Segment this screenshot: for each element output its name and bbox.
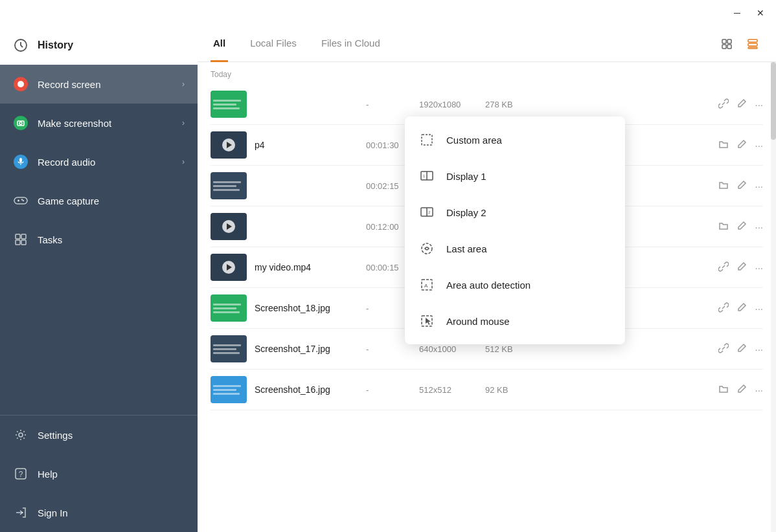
edit-icon[interactable] bbox=[736, 98, 747, 111]
game-capture-label: Game capture bbox=[38, 195, 99, 206]
svg-point-32 bbox=[422, 243, 432, 254]
svg-rect-12 bbox=[16, 240, 20, 245]
tab-bar: All Local Files Files in Cloud bbox=[198, 26, 776, 62]
sidebar-item-help[interactable]: ? Help bbox=[0, 454, 198, 493]
dropdown-item-display-2[interactable]: 2 Display 2 bbox=[405, 194, 625, 230]
svg-rect-5 bbox=[14, 197, 27, 204]
file-actions: ··· bbox=[718, 343, 763, 355]
edit-icon[interactable] bbox=[736, 302, 747, 315]
link-icon[interactable] bbox=[718, 261, 729, 274]
more-icon[interactable]: ··· bbox=[755, 221, 763, 232]
custom-area-icon bbox=[418, 131, 436, 149]
record-screen-label: Record screen bbox=[38, 79, 101, 90]
close-button[interactable]: ✕ bbox=[750, 4, 771, 22]
tab-all[interactable]: All bbox=[211, 27, 228, 62]
edit-icon[interactable] bbox=[736, 384, 747, 396]
edit-icon[interactable] bbox=[736, 261, 747, 274]
last-area-label: Last area bbox=[446, 243, 487, 254]
file-thumbnail bbox=[211, 213, 247, 240]
link-icon[interactable] bbox=[718, 343, 729, 355]
folder-icon[interactable] bbox=[718, 221, 729, 233]
folder-icon[interactable] bbox=[718, 384, 729, 396]
sidebar-item-settings[interactable]: Settings bbox=[0, 415, 198, 454]
sidebar-item-game-capture[interactable]: Game capture bbox=[0, 181, 198, 220]
edit-icon[interactable] bbox=[736, 343, 747, 355]
sidebar-item-audio[interactable]: Record audio › bbox=[0, 142, 198, 181]
title-bar: ─ ✕ bbox=[0, 0, 776, 26]
file-actions: ··· bbox=[718, 384, 763, 396]
svg-rect-18 bbox=[722, 39, 726, 43]
more-icon[interactable]: ··· bbox=[755, 99, 763, 110]
svg-marker-36 bbox=[426, 318, 431, 325]
history-label: History bbox=[38, 39, 73, 51]
svg-point-14 bbox=[19, 433, 23, 437]
record-icon bbox=[13, 76, 29, 92]
list-view-button[interactable] bbox=[742, 34, 763, 54]
sidebar-item-history[interactable]: History bbox=[0, 26, 198, 65]
file-resolution: 640x1000 bbox=[419, 344, 477, 354]
sidebar-item-screenshot[interactable]: Make screenshot › bbox=[0, 104, 198, 142]
scrollbar-thumb[interactable] bbox=[771, 62, 776, 140]
dropdown-item-area-auto[interactable]: A Area auto detection bbox=[405, 267, 625, 303]
table-row: Screenshot_16.jpg - 512x512 92 KB bbox=[211, 370, 763, 410]
file-duration: - bbox=[366, 385, 411, 395]
sidebar-item-record-screen[interactable]: Record screen › bbox=[0, 65, 198, 104]
gamepad-icon bbox=[13, 193, 29, 208]
edit-icon[interactable] bbox=[736, 139, 747, 151]
record-screen-chevron: › bbox=[182, 80, 185, 89]
more-icon[interactable]: ··· bbox=[755, 384, 763, 395]
sidebar-spacer bbox=[0, 259, 198, 415]
more-icon[interactable]: ··· bbox=[755, 262, 763, 273]
file-actions: ··· bbox=[718, 221, 763, 233]
area-auto-label: Area auto detection bbox=[446, 280, 531, 291]
edit-icon[interactable] bbox=[736, 180, 747, 192]
tab-local-files[interactable]: Local Files bbox=[247, 27, 299, 62]
link-icon[interactable] bbox=[718, 302, 729, 315]
minimize-button[interactable]: ─ bbox=[727, 4, 747, 22]
sidebar-item-tasks[interactable]: Tasks bbox=[0, 220, 198, 259]
sidebar: History Record screen › Mak bbox=[0, 26, 198, 532]
file-size: 512 KB bbox=[485, 344, 531, 354]
file-actions: ··· bbox=[718, 98, 763, 111]
settings-label: Settings bbox=[38, 430, 73, 441]
grid-view-button[interactable] bbox=[716, 34, 737, 54]
around-mouse-label: Around mouse bbox=[446, 316, 510, 327]
svg-point-2 bbox=[19, 122, 22, 125]
file-thumbnail bbox=[211, 91, 247, 118]
file-thumbnail bbox=[211, 335, 247, 362]
svg-rect-24 bbox=[748, 47, 757, 49]
dropdown-item-custom-area[interactable]: Custom area bbox=[405, 122, 625, 158]
svg-rect-13 bbox=[21, 240, 26, 245]
more-icon[interactable]: ··· bbox=[755, 303, 763, 314]
svg-rect-3 bbox=[19, 158, 22, 162]
edit-icon[interactable] bbox=[736, 221, 747, 233]
dropdown-item-around-mouse[interactable]: Around mouse bbox=[405, 303, 625, 339]
tasks-label: Tasks bbox=[38, 234, 62, 245]
file-actions: ··· bbox=[718, 261, 763, 274]
signin-label: Sign In bbox=[38, 507, 68, 518]
tasks-icon bbox=[13, 232, 29, 247]
file-thumbnail bbox=[211, 294, 247, 322]
audio-label: Record audio bbox=[38, 157, 95, 168]
file-name: my video.mp4 bbox=[255, 262, 358, 272]
link-icon[interactable] bbox=[718, 98, 729, 111]
svg-text:1: 1 bbox=[423, 174, 426, 178]
more-icon[interactable]: ··· bbox=[755, 140, 763, 151]
folder-icon[interactable] bbox=[718, 139, 729, 151]
svg-rect-19 bbox=[727, 39, 731, 43]
svg-point-9 bbox=[21, 199, 23, 200]
display-1-label: Display 1 bbox=[446, 171, 486, 182]
svg-rect-10 bbox=[16, 234, 20, 239]
file-thumbnail bbox=[211, 376, 247, 403]
more-icon[interactable]: ··· bbox=[755, 181, 763, 192]
tab-view-icons bbox=[716, 34, 763, 54]
more-icon[interactable]: ··· bbox=[755, 344, 763, 355]
gear-icon bbox=[13, 427, 29, 443]
svg-text:?: ? bbox=[19, 470, 23, 479]
sidebar-item-signin[interactable]: Sign In bbox=[0, 493, 198, 532]
svg-text:2: 2 bbox=[428, 210, 431, 214]
dropdown-item-last-area[interactable]: Last area bbox=[405, 230, 625, 267]
folder-icon[interactable] bbox=[718, 180, 729, 192]
tab-files-in-cloud[interactable]: Files in Cloud bbox=[319, 27, 383, 62]
dropdown-item-display-1[interactable]: 1 Display 1 bbox=[405, 158, 625, 194]
